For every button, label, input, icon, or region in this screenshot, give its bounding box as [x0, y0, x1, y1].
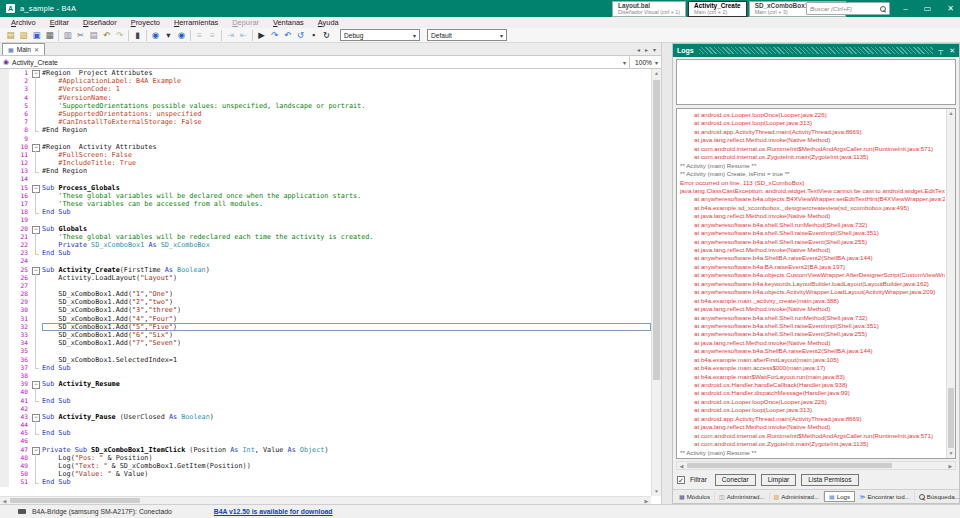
update-link[interactable]: B4A v12.50 is available for download: [214, 508, 333, 515]
menu-proyecto[interactable]: Proyecto: [124, 18, 167, 27]
code-line[interactable]: 40: [0, 388, 651, 396]
breakpoint-gutter[interactable]: [0, 347, 9, 355]
code-text[interactable]: End Sub: [42, 364, 651, 372]
code-line[interactable]: 41End Sub: [0, 397, 651, 405]
tool-tab-m-dulos[interactable]: ▦Módulos: [675, 492, 715, 501]
code-line[interactable]: 33 SD_xComboBox1.Add("6","Six"): [0, 331, 651, 339]
search-icon[interactable]: [880, 6, 886, 12]
code-text[interactable]: [42, 372, 651, 380]
breakpoint-gutter[interactable]: [0, 429, 9, 437]
menu-depurar[interactable]: Depurar: [225, 18, 266, 27]
code-text[interactable]: [42, 405, 651, 413]
minimize-button[interactable]: –: [903, 5, 907, 13]
breakpoint-gutter[interactable]: [0, 257, 9, 265]
scroll-up-icon[interactable]: ▲: [652, 69, 661, 78]
scrollbar-thumb[interactable]: [10, 498, 140, 503]
breakpoint-gutter[interactable]: [0, 315, 9, 323]
breakpoint-gutter[interactable]: [0, 323, 9, 331]
fold-toggle-icon[interactable]: [31, 380, 42, 388]
breakpoint-gutter[interactable]: [0, 167, 9, 175]
redo-icon[interactable]: ↷: [113, 29, 126, 42]
scrollbar-thumb[interactable]: [687, 463, 892, 468]
cut-icon[interactable]: ✂: [74, 29, 87, 42]
stop-icon[interactable]: ▪: [307, 29, 320, 42]
code-text[interactable]: [42, 257, 651, 265]
scrollbar-thumb[interactable]: [948, 388, 954, 448]
breakpoint-gutter[interactable]: [0, 372, 9, 380]
code-text[interactable]: [42, 282, 651, 290]
breakpoint-gutter[interactable]: [0, 233, 9, 241]
breakpoint-gutter[interactable]: [0, 208, 9, 216]
fold-toggle-icon[interactable]: [31, 413, 42, 421]
code-text[interactable]: SD_xComboBox1.Add("5","Five"): [42, 323, 651, 331]
code-text[interactable]: [42, 175, 651, 183]
breakpoint-gutter[interactable]: [0, 397, 9, 405]
code-text[interactable]: Sub Process_Globals: [42, 184, 651, 192]
fold-toggle-icon[interactable]: [31, 225, 42, 233]
breakpoint-gutter[interactable]: [0, 200, 9, 208]
breakpoint-gutter[interactable]: [0, 437, 9, 445]
menu-editar[interactable]: Editar: [43, 18, 76, 27]
code-line[interactable]: 14: [0, 175, 651, 183]
code-line[interactable]: 17 'These variables can be accessed from…: [0, 200, 651, 208]
breakpoint-gutter[interactable]: [0, 118, 9, 126]
code-text[interactable]: [42, 437, 651, 445]
code-line[interactable]: 35: [0, 347, 651, 355]
log-horizontal-scrollbar[interactable]: ◀ ▶: [676, 461, 956, 470]
code-text[interactable]: SD_xComboBox1.Add("7","Seven"): [42, 339, 651, 347]
current-sub-select[interactable]: Activity_Create: [12, 59, 620, 66]
breakpoint-gutter[interactable]: [0, 446, 9, 454]
breakpoint-gutter[interactable]: [0, 135, 9, 143]
tool-tab-encontrar-tod-[interactable]: ≫Encontrar tod...: [855, 492, 915, 501]
code-text[interactable]: Private Sub SD_xComboBox1_ItemClick (Pos…: [42, 446, 651, 454]
log-vertical-scrollbar[interactable]: ▲ ▼: [946, 109, 955, 458]
breakpoint-gutter[interactable]: [0, 184, 9, 192]
code-line[interactable]: 8#End Region: [0, 126, 651, 134]
copy-icon[interactable]: ▥: [61, 29, 74, 42]
code-text[interactable]: [42, 216, 651, 224]
menu-archivo[interactable]: Archivo: [4, 18, 43, 27]
code-line[interactable]: 20Sub Globals: [0, 225, 651, 233]
code-line[interactable]: 48 Log("Pos: " & Position): [0, 454, 651, 462]
code-text[interactable]: Sub Activity_Resume: [42, 380, 651, 388]
code-text[interactable]: Log("Pos: " & Position): [42, 454, 651, 462]
scrollbar-thumb[interactable]: [653, 80, 660, 380]
code-line[interactable]: 45End Sub: [0, 429, 651, 437]
code-text[interactable]: 'SupportedOrientations possible values: …: [42, 102, 651, 110]
code-text[interactable]: [42, 388, 651, 396]
menu-herramientas[interactable]: Herramientas: [167, 18, 225, 27]
code-text[interactable]: [42, 135, 651, 143]
breakpoint-gutter[interactable]: [0, 290, 9, 298]
code-line[interactable]: 16 'These global variables will be decla…: [0, 192, 651, 200]
lista-permisos-button[interactable]: Lista Permisos: [801, 474, 858, 486]
breakpoint-gutter[interactable]: [0, 143, 9, 151]
code-line[interactable]: 25Sub Activity_Create(FirstTime As Boole…: [0, 266, 651, 274]
code-line[interactable]: 13#End Region: [0, 167, 651, 175]
breakpoint-gutter[interactable]: [0, 380, 9, 388]
code-line[interactable]: 6 #SupportedOrientations: unspecified: [0, 110, 651, 118]
scroll-left-icon[interactable]: ◀: [0, 497, 9, 504]
code-text[interactable]: #FullScreen: False: [42, 151, 651, 159]
menu-diseñador[interactable]: Diseñador: [76, 18, 124, 27]
code-line[interactable]: 49 Log("Text: " & SD_xComboBox1.GetItem(…: [0, 462, 651, 470]
code-line[interactable]: 5 'SupportedOrientations possible values…: [0, 102, 651, 110]
run-icon[interactable]: ◉: [175, 29, 188, 42]
code-line[interactable]: 4 #VersionName:: [0, 94, 651, 102]
doc-tab-2[interactable]: Activity_CreateMain (ctrl + 2): [688, 1, 747, 17]
code-text[interactable]: [42, 421, 651, 429]
breakpoint-gutter[interactable]: [0, 274, 9, 282]
tab-scroll-right-icon[interactable]: ▸: [645, 46, 648, 53]
code-line[interactable]: 50 Log("Value: " & Value): [0, 470, 651, 478]
code-line[interactable]: 29 SD_xComboBox1.Add("2","two"): [0, 298, 651, 306]
save-icon[interactable]: ▣: [30, 29, 43, 42]
code-text[interactable]: #Region Activity Attributes: [42, 143, 651, 151]
code-line[interactable]: 43Sub Activity_Pause (UserClosed As Bool…: [0, 413, 651, 421]
bookmark-icon[interactable]: ▮: [131, 29, 144, 42]
breakpoint-gutter[interactable]: [0, 388, 9, 396]
scroll-left-icon[interactable]: ◀: [677, 462, 686, 469]
code-line[interactable]: 19: [0, 216, 651, 224]
conectar-button[interactable]: Conectar: [715, 474, 756, 486]
fold-toggle-icon[interactable]: [31, 69, 42, 77]
pin-icon[interactable]: ┬: [938, 47, 943, 54]
tool-tab-administrad-[interactable]: ▨Administrad...: [770, 492, 825, 501]
